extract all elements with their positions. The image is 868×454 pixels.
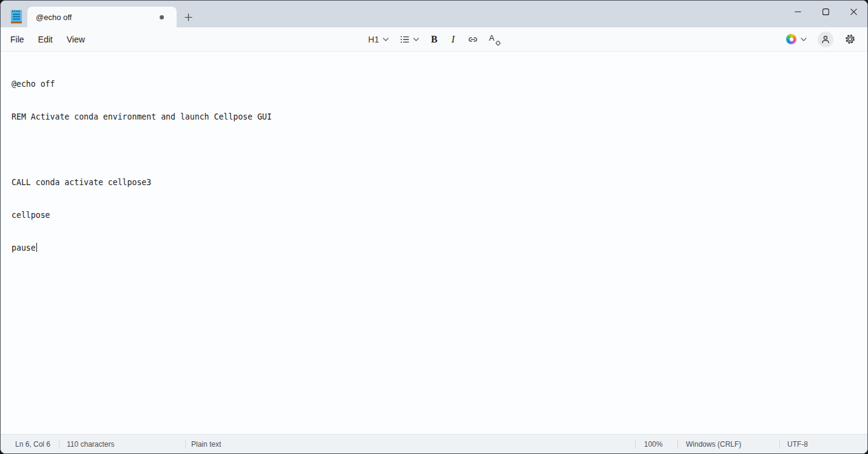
insert-link-button[interactable] — [463, 31, 482, 48]
toolbar: File Edit View H1 — [1, 27, 867, 52]
clear-formatting-button[interactable]: A — [484, 31, 504, 48]
status-bar: Ln 6, Col 6 110 characters Plain text 10… — [1, 434, 867, 453]
statusbar-spacer — [233, 435, 635, 453]
person-icon — [821, 35, 830, 44]
text-cursor — [36, 243, 37, 252]
formatting-group: H1 — [364, 27, 504, 51]
menu-bar: File Edit View — [4, 32, 93, 47]
notepad-app-icon — [10, 9, 23, 24]
menu-file[interactable]: File — [4, 32, 30, 47]
bold-button[interactable]: B — [426, 31, 442, 48]
document-type: Plain text — [186, 435, 233, 453]
gear-icon — [844, 33, 856, 45]
plus-icon — [184, 13, 193, 22]
close-button[interactable] — [839, 1, 867, 22]
bold-icon: B — [430, 34, 438, 45]
minimize-button[interactable] — [784, 1, 812, 22]
chevron-down-icon — [413, 38, 419, 41]
link-icon — [467, 35, 478, 44]
avatar — [818, 32, 833, 47]
editor-line: @echo off — [12, 79, 867, 90]
heading-label: H1 — [368, 35, 379, 44]
maximize-icon — [822, 8, 829, 15]
editor-line: CALL conda activate cellpose3 — [12, 177, 867, 188]
italic-button[interactable]: I — [445, 31, 461, 48]
bulleted-list-icon — [399, 35, 409, 44]
editor-line: cellpose — [12, 210, 867, 221]
toolbar-right-group — [782, 30, 867, 49]
chevron-down-icon — [801, 38, 807, 41]
copilot-icon — [786, 34, 796, 44]
cursor-position: Ln 6, Col 6 — [1, 435, 59, 453]
clear-formatting-icon: A — [489, 34, 500, 45]
editor-line: REM Activate conda environment and launc… — [12, 112, 867, 123]
new-tab-button[interactable] — [180, 8, 197, 25]
tab-strip: @echo off — [1, 1, 867, 27]
minimize-icon — [795, 8, 801, 15]
account-button[interactable] — [814, 30, 837, 49]
chevron-down-icon — [382, 38, 388, 41]
close-icon — [850, 8, 857, 15]
unsaved-changes-dot — [160, 15, 164, 19]
heading-dropdown-button[interactable]: H1 — [364, 31, 393, 48]
window-controls — [784, 1, 867, 22]
tab-title: @echo off — [27, 13, 160, 22]
list-dropdown-button[interactable] — [395, 31, 423, 48]
menu-view[interactable]: View — [61, 32, 91, 47]
eraser-icon — [495, 40, 501, 46]
settings-button[interactable] — [841, 30, 860, 49]
line-ending[interactable]: Windows (CRLF) — [678, 435, 779, 453]
editor-line — [12, 144, 867, 155]
copilot-dropdown-button[interactable] — [782, 30, 810, 49]
menu-edit[interactable]: Edit — [32, 32, 59, 47]
text-editor[interactable]: @echo off REM Activate conda environment… — [1, 52, 867, 434]
notepad-window: @echo off — [0, 0, 868, 454]
maximize-button[interactable] — [812, 1, 839, 22]
zoom-level[interactable]: 100% — [636, 435, 677, 453]
tab-echo-off[interactable]: @echo off — [27, 7, 177, 27]
encoding[interactable]: UTF-8 — [780, 435, 867, 453]
character-count: 110 characters — [59, 435, 185, 453]
italic-icon: I — [449, 34, 456, 45]
editor-line: pause — [12, 243, 867, 254]
